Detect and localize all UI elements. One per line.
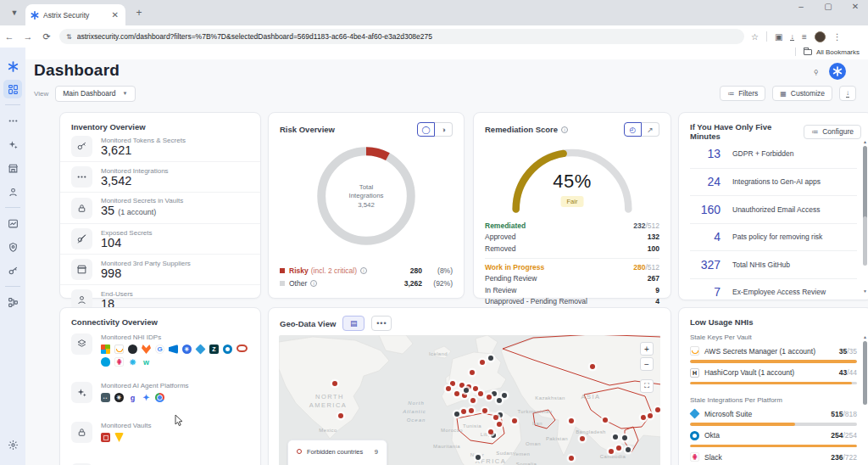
five-minutes-item[interactable]: 24Integrations to Gen-AI apps [690, 168, 857, 196]
tab-close-icon[interactable]: ✕ [110, 10, 120, 20]
inventory-row-suppliers[interactable]: Monitored 3rd Party Suppliers 998 [60, 254, 260, 284]
untrusted-supplier-marker[interactable] [648, 413, 653, 418]
sidebar-item-dashboard[interactable] [3, 80, 22, 98]
untrusted-supplier-marker[interactable] [487, 395, 492, 400]
five-minutes-item[interactable]: 13GDPR + Forbidden [690, 140, 857, 168]
all-bookmarks-link[interactable]: All Bookmarks [816, 48, 860, 56]
untrusted-supplier-marker[interactable] [473, 386, 478, 391]
untrusted-supplier-marker[interactable] [497, 422, 502, 427]
untrusted-supplier-marker[interactable] [480, 360, 485, 365]
scroll-up-icon[interactable]: ▲ [861, 138, 868, 145]
browser-tab[interactable]: Astrix Security ✕ [25, 4, 125, 25]
untrusted-supplier-marker[interactable] [470, 370, 475, 375]
untrusted-supplier-marker[interactable] [616, 445, 621, 451]
other-marker[interactable] [622, 435, 627, 440]
untrusted-supplier-marker[interactable] [450, 381, 455, 386]
untrusted-supplier-marker[interactable] [609, 449, 614, 454]
bookmark-star-icon[interactable]: ☆ [751, 32, 759, 42]
untrusted-supplier-marker[interactable] [446, 386, 451, 391]
five-minutes-item[interactable]: 160Unauthorized Email Access [690, 195, 857, 223]
window-minimize-button[interactable]: – [795, 2, 807, 11]
inventory-row-integrations[interactable]: Monitored Integrations 3,542 [60, 161, 260, 192]
url-bar[interactable]: ⇅ astrixsecurity.com/dashboard?filters=%… [59, 29, 744, 44]
untrusted-supplier-marker[interactable] [488, 429, 493, 434]
other-marker[interactable] [476, 455, 481, 460]
low-usage-row-hashicorp[interactable]: HashiCorp Vault (1 account) 43/44 [679, 365, 868, 387]
five-minutes-item[interactable]: 7Ex-Employee Access Review [690, 278, 857, 306]
untrusted-supplier-marker[interactable] [478, 391, 483, 396]
other-marker[interactable] [613, 434, 618, 440]
reload-button[interactable]: ⟳ [37, 31, 56, 42]
info-icon[interactable]: i [360, 267, 367, 274]
five-minutes-item[interactable]: 327Total NHIs GitHub [690, 250, 857, 278]
pie-view-toggle[interactable]: ◑ [435, 122, 453, 137]
scroll-up-icon[interactable]: ▲ [861, 333, 868, 340]
more-options-button[interactable]: ••• [371, 316, 392, 331]
untrusted-supplier-marker[interactable] [493, 415, 498, 420]
untrusted-supplier-marker[interactable] [512, 418, 517, 423]
untrusted-supplier-marker[interactable] [569, 456, 574, 461]
sidebar-item-users[interactable] [3, 182, 22, 201]
astrix-logo-icon[interactable] [3, 57, 22, 76]
other-marker[interactable] [454, 412, 459, 417]
untrusted-supplier-marker[interactable] [641, 415, 646, 420]
sidebar-item-ai[interactable] [3, 135, 22, 154]
filters-button[interactable]: ≔ Filters [720, 86, 765, 101]
search-icon[interactable]: ⌕ [810, 65, 822, 78]
five-minutes-item[interactable]: 4Pats policy for removing risk [690, 223, 857, 251]
map-fullscreen-button[interactable]: ⛶ [640, 379, 654, 393]
low-usage-row-microsoft[interactable]: Microsoft Suite 515/818 [679, 406, 868, 428]
untrusted-supplier-marker[interactable] [469, 408, 474, 413]
sidebar-item-secrets[interactable] [3, 261, 22, 280]
sidebar-item-settings[interactable] [3, 435, 22, 454]
inventory-row-exposed-secrets[interactable]: Exposed Secrets 104 [60, 223, 260, 254]
low-usage-row-okta[interactable]: Okta 254/254 [679, 428, 868, 450]
sidebar-item-policies[interactable] [3, 214, 22, 232]
untrusted-supplier-marker[interactable] [462, 393, 467, 398]
other-marker[interactable] [464, 388, 469, 393]
page-scrollbar-thumb[interactable] [863, 216, 867, 266]
untrusted-supplier-marker[interactable] [603, 417, 608, 423]
card-scrollbar[interactable]: ▲ [861, 333, 868, 465]
sidebar-item-integrations[interactable] [3, 111, 22, 130]
untrusted-supplier-marker[interactable] [454, 391, 459, 396]
untrusted-supplier-marker[interactable] [482, 408, 487, 413]
browser-profile-avatar[interactable] [815, 31, 826, 42]
untrusted-supplier-marker[interactable] [580, 436, 585, 441]
other-marker[interactable] [492, 391, 497, 396]
map-zoom-in-button[interactable]: + [640, 342, 654, 356]
info-icon[interactable]: i [310, 280, 317, 287]
untrusted-supplier-marker[interactable] [461, 409, 466, 414]
sidebar-item-workflows[interactable] [3, 293, 22, 311]
world-map[interactable]: IcelandNORTHAMERICANorthAtlanticOceanKaz… [279, 335, 660, 465]
browser-menu-icon[interactable]: ⋮ [833, 32, 842, 42]
tab-search-chevron-icon[interactable]: ▼ [5, 3, 24, 22]
other-marker[interactable] [626, 447, 631, 452]
sidebar-item-suppliers[interactable] [3, 159, 22, 177]
site-settings-icon[interactable]: ⇅ [66, 33, 72, 41]
sidebar-item-security[interactable] [3, 238, 22, 256]
browser-extension-icon[interactable]: ▣ [775, 32, 782, 42]
window-maximize-button[interactable]: ▢ [822, 2, 834, 11]
window-close-button[interactable]: ✕ [849, 2, 861, 11]
reading-list-icon[interactable]: ≡ [802, 32, 807, 42]
customize-button[interactable]: ▦ Customize [772, 86, 832, 101]
untrusted-supplier-marker[interactable] [470, 398, 476, 403]
inventory-row-vault-secrets[interactable]: Monitored Secrets in Vaults 35 (1 accoun… [60, 192, 260, 223]
untrusted-supplier-marker[interactable] [338, 413, 343, 418]
untrusted-supplier-marker[interactable] [332, 381, 337, 386]
untrusted-supplier-marker[interactable] [459, 383, 465, 388]
other-marker[interactable] [488, 356, 493, 361]
downloads-icon[interactable]: ↓ [790, 33, 794, 41]
trend-view-toggle[interactable]: ↗ [642, 122, 659, 137]
untrusted-supplier-marker[interactable] [590, 364, 595, 369]
donut-view-toggle[interactable]: ◯ [417, 122, 435, 137]
other-marker[interactable] [497, 398, 502, 403]
scroll-down-icon[interactable]: ▼ [861, 288, 868, 294]
dashboard-view-select[interactable]: Main Dashboard ▼ [55, 86, 135, 102]
untrusted-supplier-marker[interactable] [655, 407, 660, 412]
user-avatar[interactable] [829, 63, 846, 80]
low-usage-row-aws[interactable]: AWS Secrets Manager (1 account) 35/35 [679, 343, 868, 365]
other-marker[interactable] [502, 393, 507, 398]
back-button[interactable]: ← [0, 31, 19, 42]
